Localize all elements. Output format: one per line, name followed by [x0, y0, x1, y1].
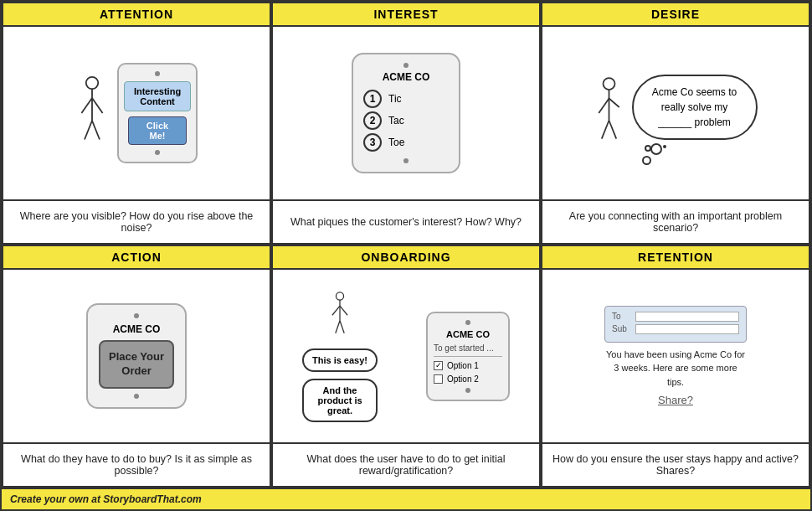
email-mock: To Sub [604, 306, 747, 343]
onboarding-header: ONBOARDING [273, 246, 539, 270]
onboarding-visual: This is easy! And the product is great. … [273, 270, 539, 442]
checkbox-2-box[interactable] [434, 374, 443, 384]
checkbox-1-box[interactable]: ✓ [434, 361, 443, 370]
stick-figure-onboarding [328, 291, 352, 345]
main-container: ATTENTION Interesting Content [0, 0, 812, 511]
phone-dot-top [155, 71, 160, 76]
stick-figure-desire [594, 75, 624, 151]
retention-caption: How do you ensure the user stays happy a… [542, 442, 809, 486]
desire-header: DESIRE [542, 3, 809, 27]
phone-dot-bottom-interest [403, 158, 409, 163]
phone-dot-bottom [155, 150, 160, 155]
svg-line-5 [92, 121, 100, 140]
checkbox-1: ✓ Option 1 [434, 361, 479, 370]
interest-brand: ACME CO [383, 71, 430, 83]
cell-onboarding: ONBOARDING This is [271, 245, 541, 488]
share-text[interactable]: Share? [658, 394, 693, 406]
checkbox-2-label: Option 2 [447, 374, 479, 384]
phone-onboard: ACME CO To get started ... ✓ Option 1 Op… [426, 312, 510, 401]
action-header: ACTION [3, 246, 270, 270]
svg-line-17 [340, 320, 344, 333]
attention-caption: Where are you visible? How do you rise a… [3, 199, 270, 243]
email-to-line [635, 312, 739, 322]
phone-dot-bottom-action [134, 394, 139, 399]
phone-dot-bottom-onboard [465, 388, 470, 393]
svg-line-15 [340, 306, 347, 315]
phone-dot-top-action [134, 313, 139, 318]
cell-attention: ATTENTION Interesting Content [2, 2, 271, 245]
speech-bubbles: This is easy! And the product is great. [302, 348, 378, 422]
list-item-1: 1 Tic [363, 90, 449, 108]
phone-dot-top-onboard [465, 320, 470, 325]
footer: Create your own at StoryboardThat.com [2, 488, 810, 509]
svg-point-12 [336, 292, 343, 299]
grid: ATTENTION Interesting Content [2, 2, 810, 488]
num-2: 2 [363, 111, 382, 130]
interest-visual: ACME CO 1 Tic 2 Tac 3 [273, 27, 539, 199]
cell-retention: RETENTION To Sub You have been using Acm… [541, 245, 810, 488]
bubble-1: This is easy! [302, 348, 378, 372]
desire-caption: Are you connecting with an important pro… [542, 199, 809, 243]
footer-text: Create your own at StoryboardThat.com [10, 493, 202, 505]
svg-line-8 [599, 99, 609, 114]
onboard-subtext: To get started ... [434, 343, 502, 357]
interest-caption: What piques the customer's interest? How… [273, 199, 539, 243]
num-3: 3 [363, 133, 382, 152]
action-brand: ACME CO [113, 323, 161, 335]
thought-dot-3 [663, 145, 666, 148]
email-to-label: To [612, 312, 632, 321]
svg-line-14 [332, 306, 340, 315]
item-2-label: Tac [388, 115, 404, 126]
attention-visual: Interesting Content Click Me! [3, 27, 270, 199]
phone-interest: ACME CO 1 Tic 2 Tac 3 [352, 53, 460, 173]
bubble-2: And the product is great. [302, 379, 378, 422]
attention-header: ATTENTION [3, 3, 270, 27]
item-1-label: Tic [388, 93, 402, 105]
num-1: 1 [363, 90, 382, 108]
phone-content: Interesting Content [124, 81, 191, 111]
cell-interest: INTEREST ACME CO 1 Tic 2 T [271, 2, 541, 245]
svg-line-2 [81, 98, 92, 113]
list-item-2: 2 Tac [363, 111, 449, 130]
onboarding-caption: What does the user have to do to get ini… [273, 442, 539, 486]
email-to-field: To [612, 312, 739, 322]
svg-point-6 [603, 78, 614, 90]
cell-desire: DESIRE Acme Co seems to really solve my … [541, 2, 810, 245]
phone-dot-top-interest [403, 63, 409, 68]
svg-line-10 [601, 121, 609, 139]
svg-point-0 [86, 77, 98, 89]
email-sub-label: Sub [612, 324, 632, 333]
email-body: You have been using Acme Co for 3 weeks.… [604, 348, 747, 390]
retention-visual: To Sub You have been using Acme Co for 3… [542, 270, 809, 442]
phone-attention: Interesting Content Click Me! [117, 63, 198, 163]
phone-action: ACME CO Place Your Order [86, 303, 187, 409]
list-item-3: 3 Toe [363, 133, 449, 152]
stick-figure-attention [75, 75, 109, 151]
cell-action: ACTION ACME CO Place Your Order What do … [2, 245, 271, 488]
email-sub-line [635, 324, 739, 334]
svg-line-11 [609, 121, 616, 139]
svg-line-3 [92, 98, 103, 113]
thought-bubble: Acme Co seems to really solve my ______ … [632, 75, 758, 140]
interest-list: 1 Tic 2 Tac 3 Toe [363, 90, 449, 155]
action-caption: What do they have to do to buy? Is it as… [3, 442, 270, 486]
onboard-brand: ACME CO [446, 329, 490, 339]
retention-header: RETENTION [542, 246, 809, 270]
action-visual: ACME CO Place Your Order [3, 270, 270, 442]
checkbox-1-label: Option 1 [447, 361, 479, 370]
interest-header: INTEREST [273, 3, 539, 27]
svg-line-16 [336, 320, 340, 333]
checkbox-2: Option 2 [434, 374, 479, 384]
svg-line-9 [609, 99, 619, 108]
phone-button[interactable]: Click Me! [128, 116, 187, 145]
item-3-label: Toe [388, 137, 404, 148]
desire-visual: Acme Co seems to really solve my ______ … [542, 27, 809, 199]
email-sub-field: Sub [612, 324, 739, 334]
order-button[interactable]: Place Your Order [99, 340, 174, 389]
svg-line-4 [85, 121, 92, 140]
